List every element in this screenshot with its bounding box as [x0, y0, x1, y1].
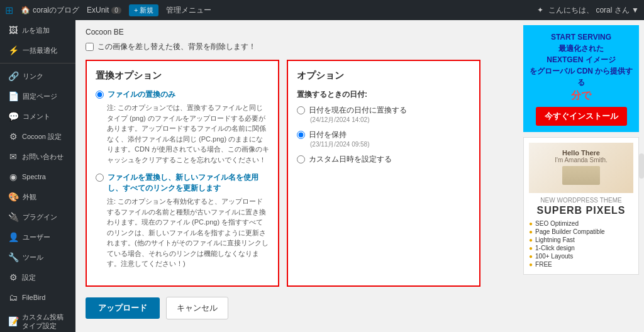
- date-option-2-label: カスタム日時を設定する: [309, 154, 392, 165]
- sidebar-item-custom-post[interactable]: 📝 カスタム投稿タイプ設定: [0, 307, 75, 332]
- manage-menu-label: 管理メニュー: [166, 5, 211, 16]
- cocoon-be-label: Cocoon BE: [86, 28, 480, 36]
- upload-button[interactable]: アップロード: [86, 297, 160, 319]
- greeting-label[interactable]: こんにちは、 coral さん ▼: [548, 5, 639, 16]
- feature-dot-4: ●: [529, 253, 533, 260]
- date-radio-group: 日付を現在の日付に置換する (24/12月/2024 14:02) 日付を保持 …: [297, 105, 470, 165]
- option2-label[interactable]: ファイルを置換し、新しいファイル名を使用し、すべてのリンクを更新します: [96, 172, 269, 194]
- plugins-icon: 🔌: [8, 212, 19, 222]
- feature-3: ● 1-Click design: [529, 245, 633, 252]
- wp-logo-icon: ⊞: [5, 4, 13, 16]
- date-option-0-content: 日付を現在の日付に置換する (24/12月/2024 14:02): [309, 105, 407, 124]
- sidebar-item-settings[interactable]: ⚙ 設定: [0, 267, 75, 287]
- feature-dot-3: ●: [529, 245, 533, 252]
- add-media-label: ルを追加: [22, 26, 50, 35]
- replace-options-title: 置換オプション: [96, 70, 269, 82]
- sidebar-item-spectra[interactable]: ◉ Spectra: [0, 167, 75, 187]
- custom-post-icon: 📝: [8, 316, 18, 326]
- options-panel: オプション 置換するときの日付: 日付を現在の日付に置換する (24/12月/2…: [287, 60, 480, 287]
- contact-icon: ✉: [8, 152, 18, 162]
- optimize-label: 一括最適化: [23, 46, 57, 55]
- sparkle-icon: ✦: [537, 6, 543, 14]
- feature-label-0: SEO Optimized: [535, 220, 579, 227]
- right-sidebar: START SERVING 最適化された NEXTGEN イメージ をグローバル…: [518, 20, 644, 332]
- option2-radio[interactable]: [96, 174, 104, 182]
- cocoon-label: Cocoon 設定: [22, 132, 62, 141]
- cdn-text5: 分で: [527, 88, 635, 103]
- sidebar-item-optimize[interactable]: ⚡ 一括最適化: [0, 40, 75, 60]
- feature-dot-0: ●: [529, 220, 533, 227]
- option1-label[interactable]: ファイルの置換のみ: [96, 89, 269, 100]
- settings-label: 設定: [22, 273, 36, 282]
- scroll-indicator[interactable]: [639, 153, 644, 179]
- plugins-label: プラグイン: [23, 213, 57, 221]
- sidebar-item-filebird[interactable]: 🗂 FileBird: [0, 287, 75, 307]
- comments-label: コメント: [23, 112, 50, 121]
- theme-ad-image: Hello There I'm Amanda Smith.: [529, 143, 633, 193]
- main-content: Cocoon BE この画像を差し替えた後、背景を削除します！ 置換オプション …: [75, 20, 518, 332]
- panels-row: 置換オプション ファイルの置換のみ 注: このオプションでは、置換するファイルと…: [86, 60, 480, 287]
- cdn-text1: START SERVING: [527, 31, 635, 43]
- replace-note-text: この画像を差し替えた後、背景を削除します！: [97, 42, 256, 52]
- cocoon-icon: ⚙: [8, 131, 18, 141]
- cancel-button[interactable]: キャンセル: [166, 297, 228, 319]
- tools-icon: 🔧: [8, 252, 19, 262]
- sidebar-item-appearance[interactable]: 🎨 外観: [0, 187, 75, 207]
- feature-dot-2: ●: [529, 236, 533, 243]
- sidebar: 🖼 ルを追加 ⚡ 一括最適化 🔗 リンク 📄 固定ページ 💬 コメント ⚙ Co…: [0, 20, 75, 332]
- date-option-0-label: 日付を現在の日付に置換する: [309, 105, 407, 116]
- users-label: ユーザー: [23, 233, 50, 241]
- sidebar-item-links[interactable]: 🔗 リンク: [0, 66, 75, 86]
- spectra-icon: ◉: [8, 172, 18, 182]
- count-badge: 0: [111, 7, 121, 14]
- site-name-item[interactable]: 🏠 coralのブログ: [21, 5, 79, 16]
- cdn-text4: をグローバル CDN から提供する: [527, 65, 635, 88]
- filebird-icon: 🗂: [8, 292, 18, 302]
- date-option-0-sub: (24/12月/2024 14:02): [310, 116, 407, 124]
- date-radio-2[interactable]: [297, 155, 305, 163]
- options-title: オプション: [297, 70, 470, 82]
- links-icon: 🔗: [8, 71, 19, 81]
- sidebar-item-add-media[interactable]: 🖼 ルを追加: [0, 20, 75, 40]
- sidebar-item-tools[interactable]: 🔧 ツール: [0, 247, 75, 267]
- theme-features: ● SEO Optimized ● Page Builder Compatibl…: [529, 220, 633, 268]
- option2-text: ファイルを置換し、新しいファイル名を使用し、すべてのリンクを更新します: [108, 172, 269, 194]
- option1-desc: 注: このオプションでは、置換するファイルと同じタイプ (png) のファイルを…: [107, 102, 269, 165]
- feature-label-1: Page Builder Compatible: [535, 228, 605, 235]
- feature-label-2: Lightning Fast: [535, 236, 575, 243]
- contact-label: お問い合わせ: [22, 152, 64, 161]
- pages-icon: 📄: [8, 91, 19, 101]
- admin-bar: ⊞ 🏠 coralのブログ ExUnit 0 + 新規 管理メニュー ✦ こんに…: [0, 0, 644, 20]
- sidebar-item-comments[interactable]: 💬 コメント: [0, 106, 75, 126]
- cdn-text2: 最適化された: [527, 43, 635, 54]
- wp-logo-item[interactable]: ⊞: [5, 4, 13, 16]
- optimize-icon: ⚡: [8, 45, 19, 55]
- manage-menu-item[interactable]: 管理メニュー: [166, 5, 211, 16]
- date-radio-1[interactable]: [297, 131, 305, 139]
- feature-1: ● Page Builder Compatible: [529, 228, 633, 235]
- pages-label: 固定ページ: [23, 92, 57, 101]
- feature-0: ● SEO Optimized: [529, 220, 633, 227]
- replace-checkbox[interactable]: [86, 43, 94, 51]
- site-name-icon: 🏠: [21, 6, 30, 14]
- date-radio-0[interactable]: [297, 106, 305, 114]
- sidebar-item-contact[interactable]: ✉ お問い合わせ: [0, 147, 75, 167]
- sidebar-item-users[interactable]: 👤 ユーザー: [0, 227, 75, 247]
- sidebar-item-plugins[interactable]: 🔌 プラグイン: [0, 207, 75, 227]
- theme-title: SUPERB PIXELS: [529, 205, 633, 216]
- cdn-ad-block: START SERVING 最適化された NEXTGEN イメージ をグローバル…: [523, 25, 639, 132]
- date-option-2: カスタム日時を設定する: [297, 154, 470, 165]
- sidebar-item-pages[interactable]: 📄 固定ページ: [0, 86, 75, 106]
- appearance-label: 外観: [23, 192, 36, 201]
- replace-note-row[interactable]: この画像を差し替えた後、背景を削除します！: [86, 42, 480, 52]
- exunit-item[interactable]: ExUnit 0: [87, 6, 121, 14]
- adminbar-right: ✦ こんにちは、 coral さん ▼: [537, 5, 639, 16]
- new-button[interactable]: + 新規: [129, 4, 158, 16]
- feature-4: ● 100+ Layouts: [529, 253, 633, 260]
- appearance-icon: 🎨: [8, 192, 19, 202]
- sidebar-item-cocoon[interactable]: ⚙ Cocoon 設定: [0, 126, 75, 147]
- install-button[interactable]: 今すぐインストール: [536, 107, 627, 126]
- settings-icon: ⚙: [8, 272, 18, 282]
- option1-radio[interactable]: [96, 91, 104, 99]
- content-wrap: Cocoon BE この画像を差し替えた後、背景を削除します！ 置換オプション …: [75, 20, 491, 327]
